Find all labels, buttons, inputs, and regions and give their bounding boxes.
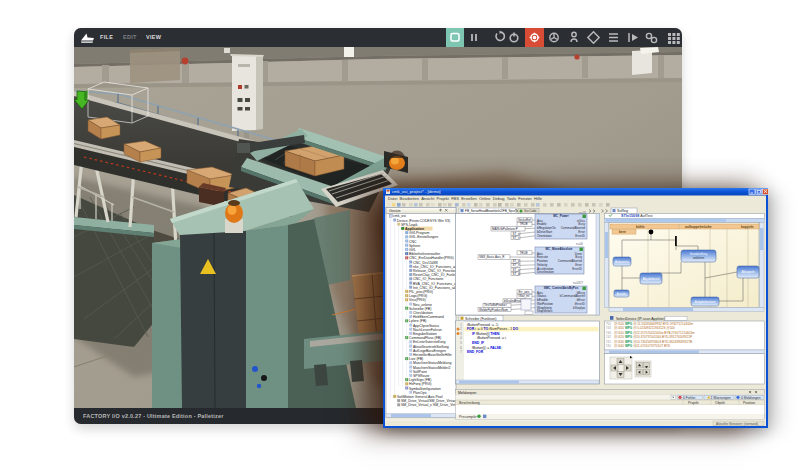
svg-text:@#500 WPG @:11.530334669932 BY: @#500 WPG @:11.530334669932 BYD.37627121… — [614, 322, 694, 326]
svg-text:1: 1 — [460, 323, 462, 327]
svg-text:anfahren: anfahren — [693, 256, 704, 260]
svg-text:Deceleration: Deceleration — [537, 270, 554, 274]
svg-text:fGapVelocit: fGapVelocit — [537, 309, 553, 313]
svg-text:3: 3 — [460, 332, 462, 336]
svg-text:2: 2 — [460, 327, 462, 331]
svg-text:Geräte: Geräte — [389, 209, 401, 213]
svg-text:END_FOR: END_FOR — [467, 350, 484, 354]
svg-text:Beschreibung: Beschreibung — [459, 401, 480, 405]
svg-text:FOR i := 0 TO iNumPieces - 1 D: FOR i := 0 TO iNumPieces - 1 DO — [467, 327, 518, 331]
svg-text:Projekt: Projekt — [688, 401, 699, 405]
svg-text:Abkoppeln: Abkoppeln — [741, 270, 755, 274]
svg-text:SelectDevice (IP-scan Appliste: SelectDevice (IP-scan Appliste) — [616, 317, 665, 321]
svg-text:6: 6 — [460, 346, 462, 350]
svg-text:SM3_Basic.Axis_R: SM3_Basic.Axis_R — [479, 255, 505, 259]
svg-text:TestToBoProduct: TestToBoProduct — [484, 303, 507, 307]
svg-text:STIn15698 AufTest: STIn15698 AufTest — [621, 214, 653, 218]
svg-text:kühle: kühle — [636, 225, 645, 229]
svg-text:750: 750 — [606, 322, 611, 326]
svg-text:TRUE: TRUE — [520, 251, 528, 255]
svg-text:Meldungen: Meldungen — [458, 391, 476, 395]
svg-text:742: 742 — [606, 335, 611, 339]
svg-text:n=04: n=04 — [576, 242, 583, 246]
svg-text:741: 741 — [606, 340, 611, 344]
svg-text:TRUE: TRUE — [520, 222, 528, 226]
svg-text:743: 743 — [606, 326, 611, 330]
svg-text:Objekt: Objekt — [715, 401, 725, 405]
svg-text:aufkoppelnrüche: aufkoppelnrüche — [685, 225, 712, 229]
svg-text:FB_ServoHeadBewinkeln2/FB_Spur: FB_ServoHeadBewinkeln2/FB_SpurToBilP — [465, 209, 524, 213]
svg-text:@#420 WPG @24.370737001340 BYD: @#420 WPG @24.370737001340 BYD.391276109… — [614, 335, 692, 339]
svg-text:740: 740 — [606, 344, 611, 348]
svg-text:5: 5 — [460, 341, 462, 345]
svg-text:Datei Bearbeiten Ansicht Pr: Datei Bearbeiten Ansicht Projekt FBS Ers… — [388, 196, 543, 201]
svg-text:@#410 WPG @22.317070412400w BY: @#410 WPG @22.317070412400w BYB.27407121… — [614, 331, 695, 335]
svg-text:Abgabebereit: Abgabebereit — [643, 277, 660, 281]
svg-text:SticksRef: SticksRef — [518, 218, 531, 222]
svg-text:4: 4 — [460, 336, 462, 340]
svg-text:746: 746 — [606, 331, 611, 335]
svg-text:MC_Power: MC_Power — [553, 214, 569, 218]
svg-text:koppeln: koppeln — [741, 225, 754, 229]
svg-text:ST_d: ST_d — [513, 272, 521, 276]
svg-text:0 Meldungen: 0 Meldungen — [741, 396, 761, 400]
svg-text:Aktueller Benutzer: (niemand): Aktueller Benutzer: (niemand) — [716, 422, 758, 426]
svg-text:cmk_osi_project* - [demo]: cmk_osi_project* - [demo] — [392, 189, 440, 194]
svg-text:@#450 WPG @:5.02309321194312S: @#450 WPG @:5.02309321194312S @100 — [614, 326, 675, 330]
svg-text:ErrorID: ErrorID — [572, 267, 583, 271]
svg-text:MC_MoveAbsolute: MC_MoveAbsolute — [546, 247, 573, 251]
svg-text:iButtonPressed := i;: iButtonPressed := i; — [477, 336, 507, 340]
svg-text:Aufgabebestrom: Aufgabebestrom — [695, 300, 716, 304]
svg-text:ErrorID: ErrorID — [575, 234, 586, 238]
svg-text:IF fButton[i] THEN: IF fButton[i] THEN — [472, 332, 500, 336]
svg-text:fButton[i] := FALSE;: fButton[i] := FALSE; — [472, 346, 502, 350]
svg-text:1 Warnungen: 1 Warnungen — [711, 396, 731, 400]
svg-text:0 Fehler: 0 Fehler — [683, 396, 696, 400]
svg-text:@#430 WPG @24.730256974603 BYD: @#430 WPG @24.730256974603 BYD.365339093… — [614, 340, 692, 344]
svg-text:SM_Drive_Virtual_x SM_Drive_Vi: SM_Drive_Virtual_x SM_Drive_Virtu — [401, 403, 457, 407]
svg-text:iButtonPressed := -1;: iButtonPressed := -1; — [467, 323, 499, 327]
svg-text:SvcCode: SvcCode — [524, 209, 537, 213]
svg-text:bStopIpo: bStopIpo — [573, 306, 585, 310]
svg-text:iStat_int: iStat_int — [519, 294, 530, 298]
svg-text:ST_s: ST_s — [513, 236, 521, 240]
svg-text:END_IF: END_IF — [472, 341, 484, 345]
svg-text:WeldeFlyProductNum: WeldeFlyProductNum — [479, 308, 509, 312]
svg-text:@#440 WPG @41.070107377010T BY: @#440 WPG @41.070107377010T BYD — [614, 344, 671, 348]
svg-text:n=0327: n=0327 — [573, 281, 583, 285]
svg-text:Schreibe (Funktion): Schreibe (Funktion) — [465, 317, 496, 321]
svg-text:Precompile:: Precompile: — [459, 415, 478, 419]
svg-text:Orientation: Orientation — [537, 234, 552, 238]
svg-text:SoReg: SoReg — [617, 209, 628, 213]
svg-text:Ausfahr: Ausfahr — [617, 292, 627, 296]
svg-text:Position: Position — [743, 401, 755, 405]
svg-text:Err_axis: Err_axis — [519, 290, 531, 294]
svg-text:kere: kere — [619, 230, 626, 234]
svg-text:SMC_ControlAxisByPos: SMC_ControlAxisByPos — [544, 286, 579, 290]
svg-text:MAIN.fbPalletizer.P: MAIN.fbPalletizer.P — [492, 227, 518, 231]
svg-text:Aufprozess: Aufprozess — [615, 260, 630, 264]
svg-text:7: 7 — [460, 350, 462, 354]
